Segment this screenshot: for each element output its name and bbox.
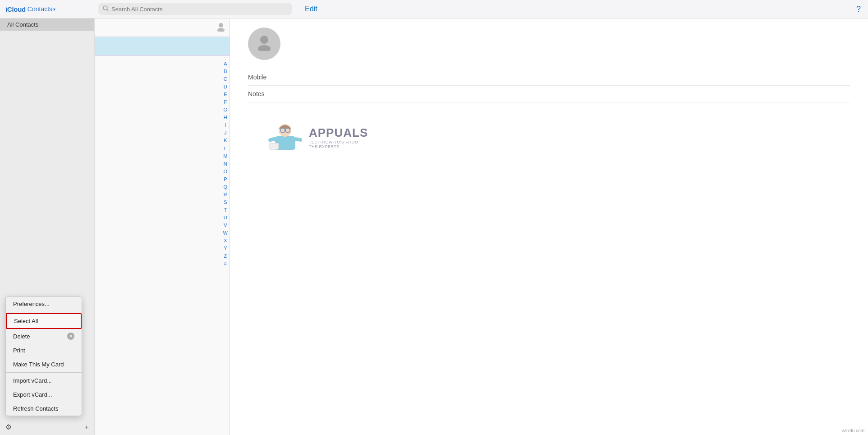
contact-list-header xyxy=(95,19,230,37)
mobile-field: Mobile xyxy=(248,69,850,86)
sidebar-item-all-contacts[interactable]: All Contacts xyxy=(0,19,94,31)
alpha-N[interactable]: N xyxy=(224,160,227,168)
avatar xyxy=(248,28,280,60)
detail-area: Mobile Notes xyxy=(230,19,868,435)
contact-selected-bar xyxy=(95,37,230,56)
menu-divider-2 xyxy=(6,372,82,373)
svg-point-5 xyxy=(258,45,271,51)
watermark-area: APPUALS TECH HOW-TO'S FROMTHE EXPERTS xyxy=(248,102,386,172)
edit-label: Edit xyxy=(296,5,317,13)
notes-field: Notes xyxy=(248,86,850,102)
alpha-R[interactable]: R xyxy=(224,191,227,199)
detail-body: Mobile Notes xyxy=(230,19,868,435)
svg-point-0 xyxy=(103,6,107,10)
alpha-#[interactable]: # xyxy=(224,260,227,268)
menu-item-preferences[interactable]: Preferences... xyxy=(6,297,82,311)
add-contact-button[interactable]: + xyxy=(85,423,89,431)
alpha-A[interactable]: A xyxy=(224,60,227,68)
alpha-U[interactable]: U xyxy=(224,214,227,222)
contacts-dropdown[interactable]: Contacts ▾ xyxy=(28,5,55,13)
alpha-O[interactable]: O xyxy=(224,168,228,176)
appuals-logo: APPUALS TECH HOW-TO'S FROMTHE EXPERTS xyxy=(266,120,368,154)
contact-list-body: ABCDEFGHIJKLMNOPQRSTUVWXYZ# xyxy=(95,56,230,435)
alpha-V[interactable]: V xyxy=(224,222,227,229)
menu-item-export-vcard[interactable]: Export vCard... xyxy=(6,388,82,402)
main-content: All Contacts Preferences... Select All D… xyxy=(0,19,868,435)
search-icon xyxy=(103,5,109,13)
appuals-sub-text: TECH HOW-TO'S FROMTHE EXPERTS xyxy=(309,140,368,149)
alpha-L[interactable]: L xyxy=(224,145,227,153)
alpha-E[interactable]: E xyxy=(224,91,227,98)
alpha-W[interactable]: W xyxy=(223,229,228,237)
svg-line-1 xyxy=(107,9,109,11)
alpha-J[interactable]: J xyxy=(224,129,227,137)
appuals-main-text: APPUALS xyxy=(309,126,368,140)
alpha-B[interactable]: B xyxy=(224,68,227,75)
icloud-logo: iCloud xyxy=(5,5,26,13)
alpha-G[interactable]: G xyxy=(224,106,228,114)
help-button[interactable]: ? xyxy=(856,5,868,14)
alpha-index: ABCDEFGHIJKLMNOPQRSTUVWXYZ# xyxy=(223,56,228,272)
contacts-label: Contacts xyxy=(28,5,52,13)
menu-item-delete[interactable]: Delete ✕ xyxy=(6,329,82,343)
alpha-M[interactable]: M xyxy=(223,153,227,160)
alpha-S[interactable]: S xyxy=(224,199,227,206)
sidebar-bottom: ⚙ + xyxy=(0,419,94,435)
alpha-I[interactable]: I xyxy=(225,121,226,129)
avatar-person-icon xyxy=(255,33,273,55)
notes-label: Notes xyxy=(248,90,284,97)
alpha-T[interactable]: T xyxy=(224,206,227,214)
alpha-Q[interactable]: Q xyxy=(224,183,228,191)
alpha-X[interactable]: X xyxy=(224,237,227,245)
contact-list-area: ABCDEFGHIJKLMNOPQRSTUVWXYZ# xyxy=(95,19,230,435)
search-bar[interactable] xyxy=(98,3,292,15)
alpha-D[interactable]: D xyxy=(224,83,227,91)
svg-rect-13 xyxy=(270,143,279,149)
top-bar: iCloud Contacts ▾ Edit ? xyxy=(0,0,868,19)
alpha-K[interactable]: K xyxy=(224,137,227,144)
sidebar: All Contacts Preferences... Select All D… xyxy=(0,19,95,435)
delete-badge-icon: ✕ xyxy=(67,333,74,340)
chevron-down-icon: ▾ xyxy=(53,7,55,12)
context-menu: Preferences... Select All Delete ✕ Print… xyxy=(5,296,82,416)
mobile-label: Mobile xyxy=(248,74,284,81)
menu-item-refresh[interactable]: Refresh Contacts xyxy=(6,402,82,416)
menu-item-import-vcard[interactable]: Import vCard... xyxy=(6,374,82,388)
menu-divider-1 xyxy=(6,312,82,312)
alpha-H[interactable]: H xyxy=(224,114,227,121)
delete-label: Delete xyxy=(13,333,30,340)
alpha-C[interactable]: C xyxy=(224,75,227,83)
appuals-text-block: APPUALS TECH HOW-TO'S FROMTHE EXPERTS xyxy=(309,126,368,149)
app-logo-area: iCloud Contacts ▾ xyxy=(0,5,95,13)
gear-button[interactable]: ⚙ xyxy=(5,423,12,431)
menu-item-print[interactable]: Print xyxy=(6,343,82,357)
svg-point-2 xyxy=(219,23,223,28)
person-icon xyxy=(216,22,226,34)
search-input[interactable] xyxy=(111,6,288,13)
svg-point-4 xyxy=(260,36,268,44)
appuals-figure-svg xyxy=(266,120,304,154)
alpha-P[interactable]: P xyxy=(224,176,227,183)
alpha-F[interactable]: F xyxy=(224,98,227,106)
menu-item-select-all[interactable]: Select All xyxy=(6,313,82,329)
svg-point-3 xyxy=(217,28,225,32)
wsxdn-watermark: wsxdn.com xyxy=(842,428,864,433)
menu-item-make-my-card[interactable]: Make This My Card xyxy=(6,357,82,371)
alpha-Y[interactable]: Y xyxy=(224,245,227,252)
alpha-Z[interactable]: Z xyxy=(224,252,227,260)
